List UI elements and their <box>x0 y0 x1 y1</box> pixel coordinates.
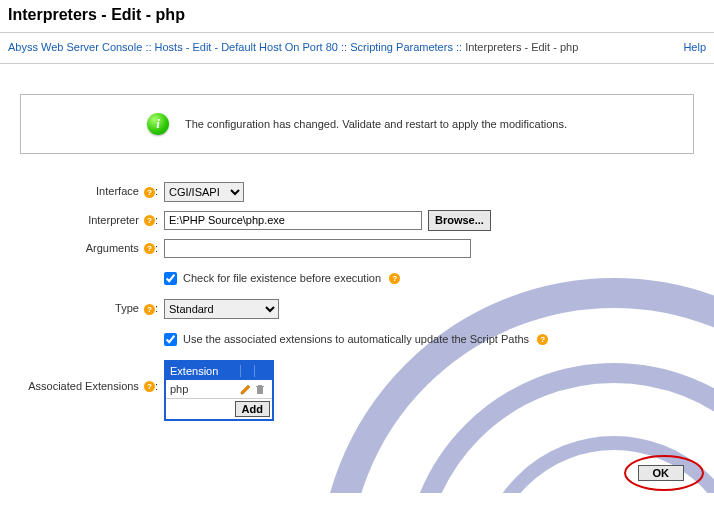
ok-button[interactable]: OK <box>638 465 685 481</box>
arguments-input[interactable] <box>164 239 471 258</box>
arguments-label: Arguments <box>86 242 139 254</box>
use-assoc-checkbox[interactable] <box>164 333 177 346</box>
breadcrumb-current: Interpreters - Edit - php <box>465 41 578 53</box>
ext-header-delete <box>254 365 268 377</box>
help-icon[interactable]: ? <box>144 381 155 392</box>
ext-header: Extension <box>170 365 240 377</box>
help-link[interactable]: Help <box>683 39 706 57</box>
interface-label: Interface <box>96 185 139 197</box>
pencil-icon[interactable] <box>240 383 254 395</box>
use-assoc-label: Use the associated extensions to automat… <box>183 333 529 345</box>
type-select[interactable]: Standard <box>164 299 279 319</box>
breadcrumb: Help Abyss Web Server Console :: Hosts -… <box>0 32 714 64</box>
help-icon[interactable]: ? <box>389 273 400 284</box>
breadcrumb-sep: :: <box>456 41 465 53</box>
help-icon[interactable]: ? <box>537 334 548 345</box>
help-icon[interactable]: ? <box>144 243 155 254</box>
form: Interface ?: CGI/ISAPI Interpreter ?: Br… <box>0 182 714 449</box>
extensions-table: Extension php Add <box>164 360 274 421</box>
breadcrumb-console[interactable]: Abyss Web Server Console <box>8 41 142 53</box>
info-icon: i <box>147 113 169 135</box>
help-icon[interactable]: ? <box>144 304 155 315</box>
alert-box: i The configuration has changed. Validat… <box>20 94 694 154</box>
breadcrumb-sep: :: <box>145 41 154 53</box>
type-label: Type <box>115 302 139 314</box>
add-button[interactable]: Add <box>235 401 270 417</box>
interface-select[interactable]: CGI/ISAPI <box>164 182 244 202</box>
interpreter-label: Interpreter <box>88 214 139 226</box>
ext-header-edit <box>240 365 254 377</box>
trash-icon[interactable] <box>254 383 268 395</box>
table-row: php <box>166 380 272 399</box>
assoc-ext-label: Associated Extensions <box>28 380 139 392</box>
alert-message: The configuration has changed. Validate … <box>185 118 567 130</box>
page-title: Interpreters - Edit - php <box>0 0 714 32</box>
interpreter-input[interactable] <box>164 211 422 230</box>
check-existence-label: Check for file existence before executio… <box>183 272 381 284</box>
check-existence-checkbox[interactable] <box>164 272 177 285</box>
breadcrumb-sep: :: <box>341 41 350 53</box>
breadcrumb-scripting[interactable]: Scripting Parameters <box>350 41 453 53</box>
breadcrumb-hosts[interactable]: Hosts - Edit - Default Host On Port 80 <box>155 41 338 53</box>
help-icon[interactable]: ? <box>144 215 155 226</box>
help-icon[interactable]: ? <box>144 187 155 198</box>
browse-button[interactable]: Browse... <box>428 210 491 231</box>
ext-cell: php <box>170 383 240 395</box>
